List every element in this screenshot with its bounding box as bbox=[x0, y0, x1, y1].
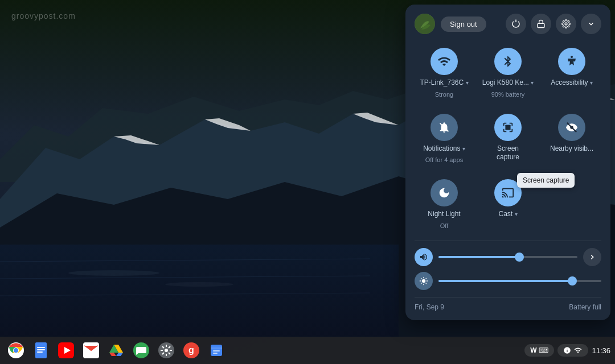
user-avatar bbox=[415, 14, 435, 34]
svg-rect-17 bbox=[538, 23, 544, 27]
night-light-label: Night Light bbox=[428, 210, 460, 219]
volume-thumb[interactable] bbox=[515, 253, 524, 262]
taskbar-messages[interactable] bbox=[130, 339, 153, 362]
lock-button[interactable] bbox=[531, 14, 551, 34]
word-icon: W bbox=[530, 346, 536, 354]
volume-fill bbox=[438, 256, 519, 258]
taskbar-youtube[interactable] bbox=[55, 339, 77, 362]
keyboard-icon: ⌨ bbox=[539, 346, 548, 354]
taskbar-time: 11:36 bbox=[592, 346, 610, 355]
svg-point-18 bbox=[565, 23, 567, 25]
notifications-label: Notifications ▾ bbox=[423, 144, 465, 154]
taskbar: g W ⌨ 11:36 bbox=[0, 337, 615, 364]
screen-capture-label: Screen capture bbox=[497, 144, 519, 162]
nearby-visibility-toggle[interactable]: Nearby visib... bbox=[542, 109, 601, 168]
svg-point-14 bbox=[68, 270, 159, 276]
bluetooth-sublabel: 90% battery bbox=[491, 91, 525, 98]
taskbar-network-battery[interactable] bbox=[557, 344, 588, 357]
qs-sliders bbox=[415, 241, 601, 290]
svg-rect-28 bbox=[37, 347, 45, 348]
volume-slider-row bbox=[415, 248, 601, 266]
screen-capture-toggle[interactable]: Screen capture bbox=[478, 109, 538, 168]
svg-rect-45 bbox=[213, 353, 218, 354]
cast-toggle[interactable]: Cast ▾ bbox=[478, 175, 538, 234]
qs-topbar: Sign out bbox=[415, 14, 601, 34]
brightness-icon bbox=[415, 272, 433, 290]
svg-marker-37 bbox=[116, 353, 123, 356]
wifi-toggle[interactable]: TP-Link_736C ▾ Strong bbox=[415, 43, 474, 102]
watermark: groovypost.com bbox=[11, 11, 76, 20]
svg-rect-44 bbox=[213, 350, 220, 351]
bluetooth-label: Logi K580 Ke... ▾ bbox=[482, 78, 534, 88]
wifi-status-icon bbox=[573, 346, 583, 354]
brightness-fill bbox=[438, 280, 572, 282]
power-button[interactable] bbox=[506, 14, 526, 34]
bluetooth-icon bbox=[494, 48, 522, 75]
taskbar-google[interactable]: g bbox=[180, 339, 203, 362]
accessibility-icon bbox=[558, 48, 585, 75]
qs-footer: Fri, Sep 9 Battery full bbox=[415, 297, 601, 311]
expand-button[interactable] bbox=[581, 14, 601, 34]
svg-rect-10 bbox=[0, 245, 399, 337]
wifi-icon bbox=[430, 48, 458, 75]
taskbar-docs[interactable] bbox=[30, 339, 52, 362]
night-light-icon bbox=[430, 179, 458, 206]
volume-icon bbox=[415, 248, 433, 266]
wifi-label: TP-Link_736C ▾ bbox=[420, 78, 468, 88]
cast-label: Cast ▾ bbox=[498, 210, 517, 219]
notifications-toggle[interactable]: Notifications ▾ Off for 4 apps bbox=[415, 109, 474, 168]
svg-marker-36 bbox=[109, 353, 116, 356]
settings-button[interactable] bbox=[556, 14, 576, 34]
accessibility-label: Accessibility ▾ bbox=[551, 78, 593, 88]
cast-icon bbox=[494, 179, 522, 206]
brightness-slider-row bbox=[415, 272, 601, 290]
svg-text:g: g bbox=[188, 345, 194, 355]
sign-out-button[interactable]: Sign out bbox=[441, 16, 486, 32]
notifications-icon bbox=[430, 114, 458, 141]
quick-settings-panel: Sign out bbox=[405, 5, 610, 320]
night-light-toggle[interactable]: Night Light Off bbox=[415, 175, 474, 234]
volume-track[interactable] bbox=[438, 256, 577, 258]
taskbar-gmail[interactable] bbox=[80, 339, 102, 362]
footer-date: Fri, Sep 9 bbox=[415, 303, 444, 311]
nearby-visibility-label: Nearby visib... bbox=[550, 144, 593, 154]
qs-top-icons bbox=[506, 14, 601, 34]
night-light-sublabel: Off bbox=[440, 222, 448, 229]
svg-rect-21 bbox=[505, 125, 510, 130]
accessibility-toggle[interactable]: Accessibility ▾ bbox=[542, 43, 601, 102]
bluetooth-toggle[interactable]: Logi K580 Ke... ▾ 90% battery bbox=[478, 43, 538, 102]
qs-toggles-row1: TP-Link_736C ▾ Strong Logi K580 Ke... ▾ … bbox=[415, 43, 601, 102]
qs-toggles-row2: Notifications ▾ Off for 4 apps Screen ca… bbox=[415, 109, 601, 168]
taskbar-right: W ⌨ 11:36 bbox=[524, 344, 610, 357]
info-icon bbox=[563, 346, 571, 354]
svg-point-23 bbox=[570, 126, 573, 129]
svg-point-15 bbox=[165, 282, 233, 287]
svg-point-26 bbox=[14, 348, 18, 353]
wifi-sublabel: Strong bbox=[435, 91, 453, 98]
screen-capture-icon bbox=[494, 114, 522, 141]
footer-battery: Battery full bbox=[569, 303, 601, 311]
taskbar-drive[interactable] bbox=[105, 339, 128, 362]
taskbar-settings[interactable] bbox=[155, 339, 178, 362]
svg-rect-30 bbox=[37, 351, 43, 353]
svg-point-40 bbox=[165, 349, 168, 352]
brightness-thumb[interactable] bbox=[568, 276, 577, 286]
svg-point-19 bbox=[571, 56, 573, 58]
volume-expand-button[interactable] bbox=[583, 248, 601, 266]
svg-rect-29 bbox=[37, 349, 45, 350]
brightness-track[interactable] bbox=[438, 280, 601, 282]
notifications-sublabel: Off for 4 apps bbox=[425, 156, 463, 163]
taskbar-files[interactable] bbox=[205, 339, 228, 362]
taskbar-status-icons[interactable]: W ⌨ bbox=[524, 344, 554, 357]
qs-toggles-row3: Night Light Off Cast ▾ bbox=[415, 175, 601, 234]
nearby-visibility-icon bbox=[558, 114, 585, 141]
taskbar-chrome[interactable] bbox=[5, 339, 27, 362]
